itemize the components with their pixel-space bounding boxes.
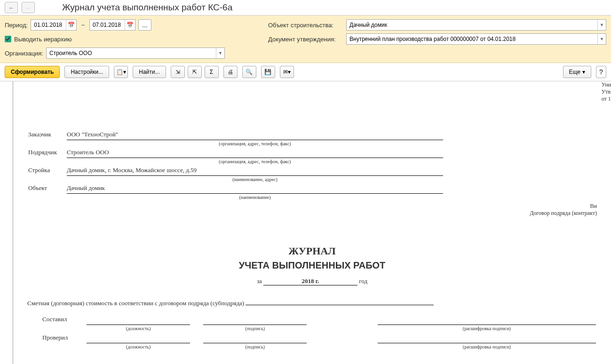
date-dash: – [81,22,85,28]
hierarchy-checkbox[interactable] [5,36,11,42]
doc-content: Уни Утв от 1 Заказчик ООО "ТехноСтрой" (… [13,81,611,364]
chevron-down-icon[interactable]: ▼ [597,34,606,44]
date-from-input[interactable] [31,21,66,29]
obj-label: Объект [28,183,66,194]
right-meta: Ви Договор подряда (контракт) [27,203,597,217]
document-area: Уни Утв от 1 Заказчик ООО "ТехноСтрой" (… [0,81,611,364]
smet-text: Сметная (договорная) стоимость в соответ… [27,300,244,307]
save-button[interactable]: 💾 [261,66,275,78]
date-to-wrap: 📅 [89,19,135,31]
approval-select: ▼ [346,33,606,45]
title-line2: УЧЕТА ВЫПОЛНЕННЫХ РАБОТ [27,260,597,271]
collapse-groups-button[interactable]: ⇱ [188,66,202,78]
email-button[interactable]: ✉▾ [280,66,294,78]
site-value: Дачный домик, г. Москва, Можайское шоссе… [67,165,443,176]
org-select: ▼ [46,47,225,59]
hint: (подпись) [203,326,307,331]
more-button[interactable]: Еще ▾ [563,66,591,78]
doc-margin [0,81,13,364]
generate-button[interactable]: Сформировать [5,66,60,78]
find-button[interactable]: Найти... [133,66,166,78]
date-from-wrap: 📅 [31,19,77,31]
right-vi: Ви [27,203,597,210]
year-value: 2018 г. [263,277,357,285]
rt-line: от 1 [602,95,611,103]
nav-back-button[interactable]: ← [5,2,18,13]
object-label: Объект строительства: [268,22,343,29]
nav-forward-button[interactable]: → [22,2,35,13]
object-input[interactable] [347,21,597,29]
rt-line: Уни [602,81,611,88]
expand-groups-button[interactable]: ⇲ [171,66,185,78]
contractor-value: Строитель ООО [67,147,443,158]
chevron-down-icon[interactable]: ▼ [597,20,606,30]
year-row: за 2018 г. год [27,277,597,285]
hint: (расшифровка подписи) [378,344,596,349]
hint: (наименование, адрес) [67,177,443,182]
org-input[interactable] [47,49,216,57]
sum-button[interactable]: Σ [205,66,219,78]
sig-fullname [378,332,596,343]
hint: (должность) [87,326,190,331]
site-label: Стройка [28,165,66,176]
calendar-icon[interactable]: 📅 [125,20,135,30]
year-prefix: за [257,277,262,285]
info-table: Заказчик ООО "ТехноСтрой" (организация, … [27,128,444,201]
smet-row: Сметная (договорная) стоимость в соответ… [27,300,597,307]
period-label: Период: [5,22,28,29]
topbar: ← → Журнал учета выполненных работ КС-6а [0,0,611,16]
year-suffix: год [359,277,367,285]
hint: (наименование) [67,195,443,200]
date-to-input[interactable] [90,21,125,29]
approval-input[interactable] [347,35,597,43]
help-button[interactable]: ? [596,66,606,78]
hint: (расшифровка подписи) [378,326,596,331]
top-right-meta: Уни Утв от 1 [602,81,611,103]
preview-button[interactable]: 🔍 [242,66,256,78]
toolbar: Сформировать Настройки... 📋▾ Найти... ⇲ … [0,63,611,81]
sig-position [87,332,190,343]
hint: (подпись) [203,344,307,349]
chevron-down-icon[interactable]: ▼ [216,48,224,58]
title-line1: ЖУРНАЛ [27,245,597,257]
sig-signature [203,314,307,325]
hint: (должность) [87,344,190,349]
calendar-icon[interactable]: 📅 [66,20,76,30]
hierarchy-label: Выводить иерархию [14,36,71,43]
obj-value: Дачный домик [67,183,443,194]
contractor-label: Подрядчик [28,147,66,158]
sig-signature [203,332,307,343]
hint: (организация, адрес, телефон, факс) [67,159,443,164]
compiled-label: Составил [28,314,86,325]
settings-button[interactable]: Настройки... [64,66,109,78]
right-contract: Договор подряда (контракт) [27,210,597,217]
page-title: Журнал учета выполненных работ КС-6а [62,2,232,13]
period-more-button[interactable]: ... [138,19,151,31]
doc-title: ЖУРНАЛ УЧЕТА ВЫПОЛНЕННЫХ РАБОТ [27,245,597,271]
filter-panel: Период: 📅 – 📅 ... Объект строительства: … [0,16,611,63]
hint: (организация, адрес, телефон, факс) [67,141,443,146]
checked-label: Проверил [28,332,86,343]
approval-label: Документ утверждения: [268,36,343,43]
customer-value: ООО "ТехноСтрой" [67,129,443,140]
sig-table: Составил (должность) (подпись) (расшифро… [27,313,597,350]
sig-fullname [378,314,596,325]
smet-line [246,305,434,305]
print-button[interactable]: 🖨 [223,66,238,78]
rt-line: Утв [602,88,611,95]
customer-label: Заказчик [28,129,66,140]
more-label: Еще [569,69,580,75]
object-select: ▼ [346,19,606,31]
org-label: Организация: [5,50,43,57]
variants-button[interactable]: 📋▾ [114,66,128,78]
sig-position [87,314,190,325]
